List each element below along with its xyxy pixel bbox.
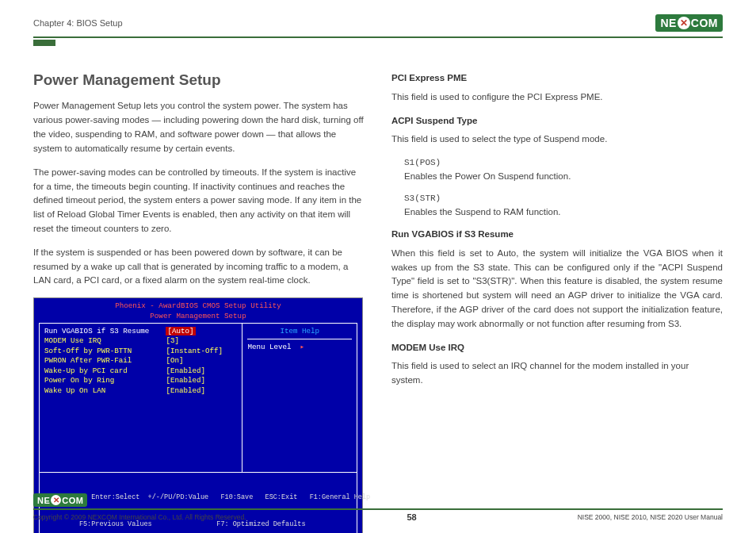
page-header: Chapter 4: BIOS Setup NE✕COM [33, 14, 723, 35]
tab-marker [33, 40, 55, 46]
page-footer: NE✕COM Copyright © 2009 NEXCOM Internati… [33, 493, 723, 522]
right-column: PCI Express PME This field is used to co… [391, 68, 723, 533]
page-number: 58 [407, 512, 416, 522]
bios-row-wake-pci: Wake-Up by PCI card[Enabled] [44, 366, 237, 376]
heading-modem-irq: MODEM Use IRQ [391, 341, 723, 355]
logo-x-icon: ✕ [678, 17, 690, 29]
intro-paragraph-1: Power Management Setup lets you control … [33, 99, 365, 155]
intro-paragraph-2: The power-saving modes can be controlled… [33, 166, 365, 236]
arrow-icon: ▸ [300, 343, 305, 351]
content-columns: Power Management Setup Power Management … [33, 68, 723, 533]
text-modem-irq: This field is used to select an IRQ chan… [391, 359, 723, 388]
bios-row-wake-lan: Wake Up On LAN[Enabled] [44, 386, 237, 396]
bios-body: Run VGABIOS if S3 Resume [Auto] MODEM Us… [39, 323, 357, 472]
bios-help-title: Item Help [247, 327, 352, 339]
bios-row-pwron: PWRON After PWR-Fail[On] [44, 356, 237, 366]
bios-title: Phoenix - AwardBIOS CMOS Setup Utility P… [34, 298, 362, 323]
bios-row-softoff: Soft-Off by PWR-BTTN[Instant-Off] [44, 347, 237, 356]
bios-settings-pane: Run VGABIOS if S3 Resume [Auto] MODEM Us… [39, 323, 242, 472]
heading-acpi-suspend: ACPI Suspend Type [391, 114, 723, 128]
page-title: Power Management Setup [33, 68, 365, 91]
text-acpi-suspend: This field is used to select the type of… [391, 132, 723, 147]
copyright-text: Copyright © 2009 NEXCOM International Co… [33, 513, 246, 521]
bios-row-power-ring: Power On by Ring[Enabled] [44, 376, 237, 385]
text-pci-pme: This field is used to configure the PCI … [391, 90, 723, 105]
brand-logo: NE✕COM [655, 14, 723, 32]
manual-name: NISE 2000, NISE 2010, NISE 2020 User Man… [578, 513, 723, 521]
def-s3: S3(STR) Enables the Suspend to RAM funct… [404, 192, 723, 220]
left-column: Power Management Setup Power Management … [33, 68, 365, 533]
chapter-label: Chapter 4: BIOS Setup [33, 18, 123, 28]
intro-paragraph-3: If the system is suspended or has been p… [33, 246, 365, 288]
text-vgabios-s3: When this field is set to Auto, the syst… [391, 247, 723, 332]
logo-x-icon: ✕ [51, 495, 61, 505]
bios-help-pane: Item Help Menu Level ▸ [242, 323, 357, 472]
heading-vgabios-s3: Run VGABIOS if S3 Resume [391, 228, 723, 242]
footer-divider [33, 508, 723, 510]
bios-menu-level: Menu Level ▸ [247, 343, 352, 352]
header-divider [33, 36, 723, 38]
footer-logo: NE✕COM [33, 493, 87, 507]
bios-row-modem-irq: MODEM Use IRQ[3] [44, 336, 237, 346]
heading-pci-pme: PCI Express PME [391, 71, 723, 86]
bios-row-vgabios: Run VGABIOS if S3 Resume [Auto] [44, 327, 237, 336]
def-s1: S1(POS) Enables the Power On Suspend fun… [404, 156, 723, 184]
